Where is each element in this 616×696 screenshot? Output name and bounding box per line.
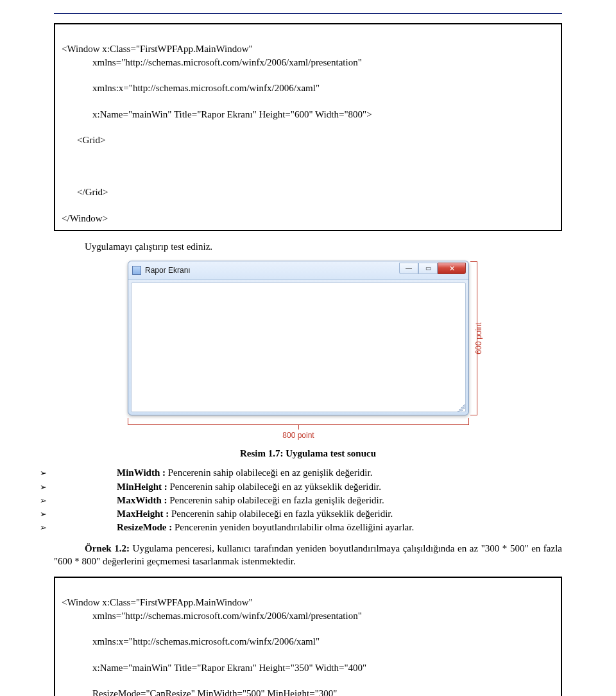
bullet-desc: Pencerenin yeniden boyutlandırılabilir o…	[175, 522, 414, 532]
arrow-icon: ➢	[85, 522, 98, 534]
code-line: </Grid>	[62, 186, 554, 198]
dimension-bracket-bottom	[128, 418, 469, 425]
window-buttons: — ▭ ✕	[399, 263, 466, 274]
bullet-name: MinWidth :	[117, 467, 168, 478]
mock-window: Rapor Ekranı — ▭ ✕ 600 point	[128, 261, 469, 415]
paragraph-run-test: Uygulamayı çalıştırıp test ediniz.	[54, 240, 562, 253]
code-box-1: <Window x:Class="FirstWPFApp.MainWindow"…	[54, 23, 562, 231]
app-icon	[132, 266, 141, 275]
code-line: <Window x:Class="FirstWPFApp.MainWindow"	[62, 597, 253, 607]
bullet-desc: Pencerenin sahip olabileceği en az yükse…	[170, 482, 381, 492]
bullet-item: ➢ MinHeight : Pencerenin sahip olabilece…	[85, 480, 562, 493]
top-rule	[54, 13, 562, 14]
arrow-icon: ➢	[85, 495, 98, 507]
bullet-list: ➢ MinWidth : Pencerenin sahip olabileceğ…	[54, 466, 562, 534]
maximize-button[interactable]: ▭	[418, 263, 438, 274]
bullet-item: ➢ ResizeMode : Pencerenin yeniden boyutl…	[85, 521, 562, 534]
example-paragraph: Örnek 1.2: Uygulama penceresi, kullanıcı…	[54, 542, 562, 568]
client-area	[131, 283, 466, 412]
code-line: <Window x:Class="FirstWPFApp.MainWindow"	[62, 44, 253, 54]
code-line: xmlns:x="http://schemas.microsoft.com/wi…	[62, 635, 554, 648]
arrow-icon: ➢	[85, 509, 98, 520]
bullet-desc: Pencerenin sahip olabileceği en az geniş…	[168, 467, 373, 478]
bullet-name: MaxHeight :	[117, 509, 171, 519]
bullet-item: ➢ MinWidth : Pencerenin sahip olabileceğ…	[85, 466, 562, 479]
example-label: Örnek 1.2:	[85, 543, 133, 553]
bullet-item: ➢ MaxWidth : Pencerenin sahip olabileceğ…	[85, 494, 562, 507]
code-line: ResizeMode="CanResize" MinWidth="500" Mi…	[62, 687, 554, 696]
minimize-button[interactable]: —	[399, 263, 418, 274]
code-line: xmlns="http://schemas.microsoft.com/winf…	[62, 56, 554, 69]
arrow-icon: ➢	[85, 467, 98, 479]
code-line: x:Name="mainWin" Title="Rapor Ekranı" He…	[62, 108, 554, 121]
figure-wrap: Rapor Ekranı — ▭ ✕ 600 point 800 point	[54, 261, 562, 440]
bullet-name: ResizeMode :	[117, 522, 175, 532]
code-box-2: <Window x:Class="FirstWPFApp.MainWindow"…	[54, 577, 562, 696]
code-line: x:Name="mainWin" Title="Rapor Ekranı" He…	[62, 661, 554, 674]
bullet-item: ➢ MaxHeight : Pencerenin sahip olabilece…	[85, 507, 562, 520]
code-line: xmlns:x="http://schemas.microsoft.com/wi…	[62, 82, 554, 94]
bullet-desc: Pencerenin sahip olabileceği en fazla yü…	[171, 509, 393, 519]
bullet-name: MinHeight :	[117, 482, 170, 492]
code-line: xmlns="http://schemas.microsoft.com/winf…	[62, 609, 554, 622]
dimension-label-bottom: 800 point	[44, 430, 552, 440]
figure-caption: Resim 1.7: Uygulama test sonucu	[54, 447, 562, 460]
resize-grip-icon[interactable]	[458, 404, 465, 412]
window-title: Rapor Ekranı	[145, 265, 191, 275]
page: <Window x:Class="FirstWPFApp.MainWindow"…	[0, 0, 616, 696]
arrow-icon: ➢	[85, 482, 98, 493]
bullet-name: MaxWidth :	[117, 495, 169, 505]
dimension-label-right: 600 point	[473, 322, 483, 354]
code-line: <Grid>	[62, 134, 554, 146]
close-button[interactable]: ✕	[438, 263, 466, 274]
bullet-desc: Pencerenin sahip olabileceği en fazla ge…	[169, 495, 384, 505]
code-line: </Window>	[62, 213, 108, 223]
title-bar: Rapor Ekranı — ▭ ✕	[128, 261, 468, 280]
